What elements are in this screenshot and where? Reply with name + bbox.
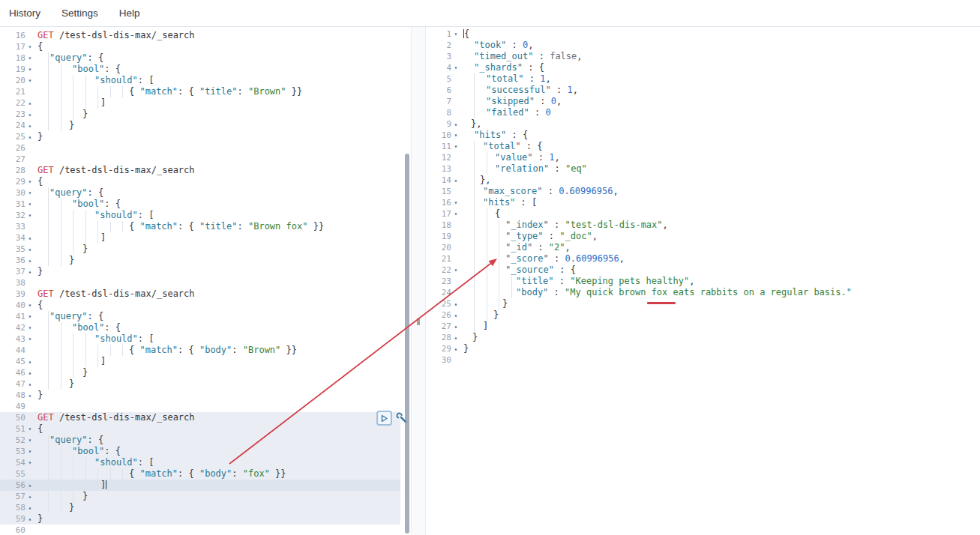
response-line-17[interactable]: 17▾{ — [426, 208, 980, 220]
request-line-16[interactable]: 16GET /test-dsl-dis-max/_search — [0, 30, 411, 41]
fold-icon[interactable]: ▴ — [451, 298, 460, 309]
request-line-40[interactable]: 40▾{ — [0, 300, 411, 311]
request-line-30[interactable]: 30▾"query": { — [0, 187, 411, 199]
request-editor[interactable]: 16GET /test-dsl-dis-max/_search17▾{18▾"q… — [0, 27, 411, 535]
request-line-55[interactable]: 55{ "match": { "body": "fox" }} — [0, 468, 411, 480]
response-editor[interactable]: 1▾{2"took" : 0,3"timed_out" : false,4▾"_… — [426, 27, 980, 535]
fold-icon[interactable]: ▾ — [25, 446, 34, 457]
response-line-9[interactable]: 9▴}, — [426, 118, 980, 130]
response-line-11[interactable]: 11▾"total" : { — [426, 141, 980, 152]
request-line-37[interactable]: 37▴} — [0, 266, 411, 277]
response-line-25[interactable]: 25▴} — [426, 298, 980, 309]
request-line-48[interactable]: 48▴} — [0, 390, 411, 401]
menu-history[interactable]: History — [9, 7, 40, 19]
response-line-10[interactable]: 10▾"hits" : { — [426, 130, 980, 141]
response-line-4[interactable]: 4▾"_shards" : { — [426, 62, 980, 73]
response-line-7[interactable]: 7"skipped" : 0, — [426, 96, 980, 107]
splitter-drag-handle[interactable]: ‖ — [412, 316, 425, 327]
request-line-21[interactable]: 21{ "match": { "title": "Brown" }} — [0, 86, 411, 97]
response-line-16[interactable]: 16▾"hits" : [ — [426, 197, 980, 208]
request-line-50[interactable]: 50GET /test-dsl-dis-max/_search — [0, 412, 411, 423]
fold-icon[interactable]: ▴ — [25, 244, 34, 255]
fold-icon[interactable]: ▾ — [25, 52, 34, 64]
response-line-22[interactable]: 22▾"_source" : { — [426, 265, 980, 276]
response-line-2[interactable]: 2"took" : 0, — [426, 40, 980, 51]
response-line-15[interactable]: 15"max_score" : 0.60996956, — [426, 186, 980, 197]
response-line-6[interactable]: 6"successful" : 1, — [426, 85, 980, 96]
response-line-21[interactable]: 21"_score" : 0.60996956, — [426, 253, 980, 265]
menu-help[interactable]: Help — [119, 7, 140, 19]
request-line-44[interactable]: 44{ "match": { "body": "Brown" }} — [0, 345, 411, 356]
fold-icon[interactable]: ▴ — [25, 491, 34, 502]
fold-icon[interactable]: ▾ — [451, 208, 460, 220]
request-line-23[interactable]: 23▴} — [0, 109, 411, 120]
fold-icon[interactable]: ▾ — [25, 457, 34, 468]
request-line-57[interactable]: 57▴} — [0, 491, 411, 502]
request-line-59[interactable]: 59▴} — [0, 513, 411, 525]
response-line-29[interactable]: 29▴} — [426, 343, 980, 354]
menu-settings[interactable]: Settings — [61, 7, 98, 19]
request-line-58[interactable]: 58▴} — [0, 502, 411, 513]
fold-icon[interactable]: ▴ — [25, 480, 34, 491]
fold-icon[interactable]: ▴ — [25, 390, 34, 401]
response-line-24[interactable]: 24"body" : "My quick brown fox eats rabb… — [426, 287, 980, 298]
response-line-20[interactable]: 20"_id" : "2", — [426, 242, 980, 253]
fold-icon[interactable]: ▾ — [25, 75, 34, 86]
panel-splitter[interactable]: ‖ — [411, 27, 426, 535]
fold-icon[interactable]: ▴ — [25, 367, 34, 378]
response-line-5[interactable]: 5"total" : 1, — [426, 73, 980, 85]
response-line-13[interactable]: 13"relation" : "eq" — [426, 163, 980, 175]
request-line-22[interactable]: 22▴] — [0, 97, 411, 109]
response-line-12[interactable]: 12"value" : 1, — [426, 152, 980, 163]
response-line-8[interactable]: 8"failed" : 0 — [426, 107, 980, 118]
request-line-38[interactable]: 38 — [0, 277, 411, 288]
fold-icon[interactable]: ▴ — [451, 343, 460, 354]
fold-icon[interactable]: ▴ — [25, 255, 34, 266]
fold-icon[interactable]: ▴ — [451, 175, 460, 186]
fold-icon[interactable]: ▴ — [25, 502, 34, 513]
fold-icon[interactable]: ▾ — [25, 199, 34, 210]
response-line-28[interactable]: 28▴} — [426, 332, 980, 343]
fold-icon[interactable]: ▴ — [25, 109, 34, 120]
fold-icon[interactable]: ▾ — [451, 141, 460, 152]
request-line-19[interactable]: 19▾"bool": { — [0, 64, 411, 75]
request-line-51[interactable]: 51▾{ — [0, 423, 411, 435]
request-line-43[interactable]: 43▾"should": [ — [0, 333, 411, 345]
request-line-36[interactable]: 36▴} — [0, 255, 411, 266]
request-line-35[interactable]: 35▴} — [0, 244, 411, 255]
request-line-29[interactable]: 29▾{ — [0, 176, 411, 187]
response-line-18[interactable]: 18"_index" : "test-dsl-dis-max", — [426, 220, 980, 231]
fold-icon[interactable]: ▴ — [451, 309, 460, 321]
request-line-60[interactable]: 60 — [0, 525, 411, 535]
response-line-3[interactable]: 3"timed_out" : false, — [426, 51, 980, 62]
fold-icon[interactable]: ▾ — [25, 41, 34, 52]
request-line-25[interactable]: 25▴} — [0, 131, 411, 142]
fold-icon[interactable]: ▾ — [451, 265, 460, 276]
fold-icon[interactable]: ▴ — [25, 131, 34, 142]
request-line-26[interactable]: 26 — [0, 142, 411, 154]
fold-icon[interactable]: ▾ — [451, 130, 460, 141]
response-line-23[interactable]: 23"title" : "Keeping pets healthy", — [426, 276, 980, 287]
fold-icon[interactable]: ▾ — [25, 300, 34, 311]
response-line-27[interactable]: 27▴] — [426, 321, 980, 332]
fold-icon[interactable]: ▾ — [25, 311, 34, 322]
fold-icon[interactable]: ▾ — [25, 322, 34, 333]
request-line-46[interactable]: 46▴} — [0, 367, 411, 378]
request-line-20[interactable]: 20▾"should": [ — [0, 75, 411, 86]
fold-icon[interactable]: ▾ — [25, 210, 34, 221]
request-line-31[interactable]: 31▾"bool": { — [0, 199, 411, 210]
fold-icon[interactable]: ▴ — [451, 118, 460, 130]
request-line-41[interactable]: 41▾"query": { — [0, 311, 411, 322]
fold-icon[interactable]: ▴ — [451, 321, 460, 332]
request-line-39[interactable]: 39GET /test-dsl-dis-max/_search — [0, 288, 411, 300]
request-line-53[interactable]: 53▾"bool": { — [0, 446, 411, 457]
request-line-18[interactable]: 18▾"query": { — [0, 52, 411, 64]
fold-icon[interactable]: ▾ — [451, 62, 460, 73]
fold-icon[interactable]: ▴ — [25, 266, 34, 277]
request-line-42[interactable]: 42▾"bool": { — [0, 322, 411, 333]
fold-icon[interactable]: ▾ — [25, 333, 34, 345]
request-line-32[interactable]: 32▾"should": [ — [0, 210, 411, 221]
request-line-49[interactable]: 49 — [0, 401, 411, 412]
request-options-button[interactable] — [394, 411, 408, 425]
response-line-30[interactable]: 30 — [426, 354, 980, 366]
